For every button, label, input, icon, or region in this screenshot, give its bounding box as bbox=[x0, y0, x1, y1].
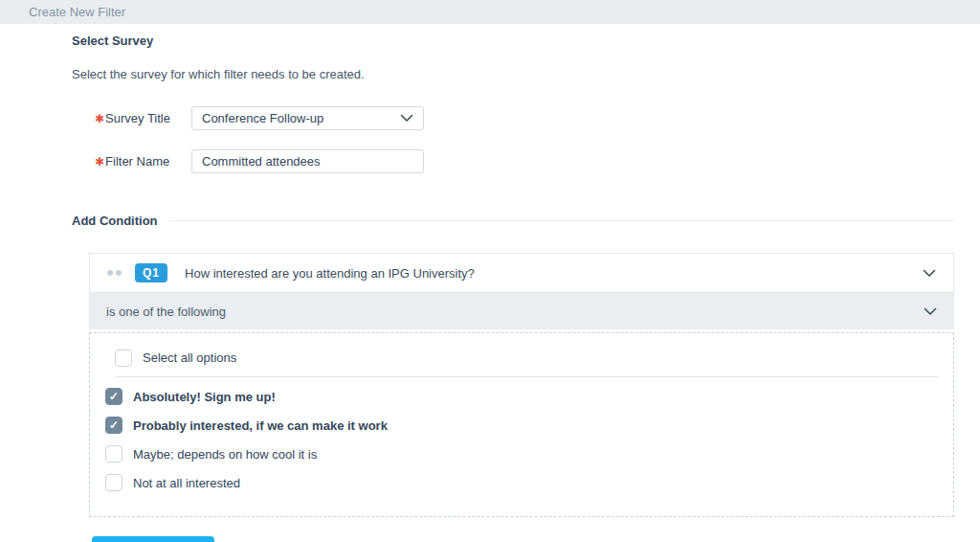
option-row: ✓ Absolutely! Sign me up! bbox=[105, 382, 938, 411]
options-box: ✓ Select all options ✓ Absolutely! Sign … bbox=[89, 332, 954, 517]
checkbox[interactable]: ✓ bbox=[105, 388, 122, 405]
question-text: How interested are you attending an IPG … bbox=[185, 266, 475, 281]
option-row: ✓ Select all options bbox=[115, 345, 938, 377]
section-divider bbox=[169, 220, 954, 221]
chevron-down-icon bbox=[400, 114, 413, 123]
filter-name-label: ✱Filter Name bbox=[95, 154, 191, 169]
add-condition-section-head: Add Condition bbox=[72, 214, 954, 228]
chevron-down-icon[interactable] bbox=[923, 269, 936, 278]
checkmark-icon: ✓ bbox=[106, 418, 122, 434]
drag-dots-icon[interactable] bbox=[107, 270, 122, 276]
filter-name-row: ✱Filter Name bbox=[72, 149, 954, 173]
option-label: Absolutely! Sign me up! bbox=[133, 390, 276, 404]
select-survey-description: Select the survey for which filter needs… bbox=[72, 67, 954, 81]
page-header: Create New Filter bbox=[0, 0, 980, 24]
filter-name-input[interactable] bbox=[191, 149, 424, 173]
page-title: Create New Filter bbox=[29, 5, 125, 19]
option-row: ✓ Probably interested, if we can make it… bbox=[105, 411, 938, 440]
question-badge: Q1 bbox=[135, 263, 167, 282]
chevron-down-icon[interactable] bbox=[924, 307, 937, 316]
survey-title-row: ✱Survey Title Conference Follow-up bbox=[72, 106, 954, 130]
select-survey-heading: Select Survey bbox=[72, 34, 954, 48]
checkbox[interactable]: ✓ bbox=[105, 445, 122, 463]
checkmark-icon: ✓ bbox=[106, 389, 122, 405]
checkbox[interactable]: ✓ bbox=[105, 417, 122, 434]
main-content: Select Survey Select the survey for whic… bbox=[0, 34, 980, 542]
add-condition-heading: Add Condition bbox=[72, 214, 158, 228]
condition-question-row[interactable]: Q1 How interested are you attending an I… bbox=[89, 253, 954, 293]
checkbox[interactable]: ✓ bbox=[105, 474, 122, 491]
condition-card: Q1 How interested are you attending an I… bbox=[89, 253, 954, 517]
option-label: Select all options bbox=[143, 350, 236, 365]
option-row: ✓ Maybe; depends on how cool it is bbox=[105, 440, 938, 468]
survey-title-select[interactable]: Conference Follow-up bbox=[191, 106, 424, 130]
condition-operator-row[interactable]: is one of the following bbox=[89, 293, 954, 329]
required-asterisk: ✱ bbox=[95, 155, 104, 169]
option-label: Not at all interested bbox=[133, 476, 240, 490]
checkbox[interactable]: ✓ bbox=[115, 350, 132, 367]
option-label: Maybe; depends on how cool it is bbox=[133, 447, 317, 462]
required-asterisk: ✱ bbox=[95, 112, 104, 125]
option-label: Probably interested, if we can make it w… bbox=[133, 418, 388, 433]
operator-label: is one of the following bbox=[106, 305, 226, 319]
add-condition-button[interactable]: Add Condition bbox=[92, 536, 214, 542]
option-row: ✓ Not at all interested bbox=[105, 468, 938, 497]
survey-title-label: ✱Survey Title bbox=[95, 111, 191, 125]
survey-title-selected-value: Conference Follow-up bbox=[202, 111, 323, 125]
